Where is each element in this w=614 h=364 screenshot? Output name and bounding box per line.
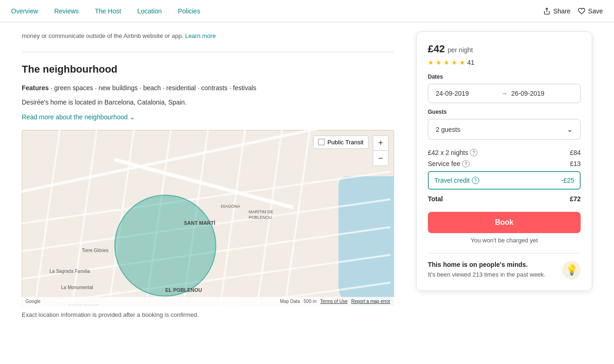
- main-container: money or communicate outside of the Airb…: [11, 0, 603, 337]
- nav-dot-2: ·: [86, 8, 88, 13]
- nav-links: Overview · Reviews · The Host · Location…: [11, 7, 200, 15]
- nav-overview[interactable]: Overview: [11, 7, 38, 15]
- price-row: £42 per night: [428, 43, 581, 55]
- map-data-label: Map Data: [280, 299, 300, 304]
- map-label-el-poblenou: EL POBLENOU: [165, 287, 202, 293]
- transit-checkbox: [318, 139, 325, 145]
- warning-text: money or communicate outside of the Airb…: [22, 31, 394, 41]
- total-value: £72: [570, 195, 581, 203]
- nav-location[interactable]: Location: [137, 7, 162, 15]
- star-2: ★: [436, 59, 442, 66]
- star-3: ★: [444, 59, 450, 66]
- nights-help-icon[interactable]: ?: [470, 149, 477, 156]
- star-4: ★: [451, 59, 457, 66]
- guests-label: Guests: [428, 109, 581, 115]
- section-divider: [22, 52, 394, 52]
- map-location-circle: [114, 195, 216, 296]
- distance-label: 500 m: [304, 299, 317, 304]
- star-5: ★: [459, 59, 465, 66]
- map-label-maritim: MARÍTIM DE: [249, 210, 273, 214]
- right-column: £42 per night ★ ★ ★ ★ ★ 41 Dates 24-09-2…: [416, 31, 592, 318]
- terms-link[interactable]: Terms of Use: [320, 299, 348, 304]
- chevron-down-icon: ⌄: [567, 125, 573, 134]
- read-more-link[interactable]: Read more about the neighbourhood ⌄: [22, 113, 394, 121]
- dates-box[interactable]: 24-09-2019 → 26-09-2019: [428, 84, 581, 103]
- map-label-diag: DIAGONA: [221, 204, 240, 209]
- neighbourhood-title: The neighbourhood: [22, 63, 394, 75]
- features-separator: ·: [50, 84, 54, 92]
- nights-fee-label: £42 x 2 nights ?: [428, 149, 477, 156]
- map-label-sagrada: La Sagrada Família: [50, 269, 90, 274]
- google-label: Google: [25, 299, 40, 304]
- map-background: Torre Glòries La Sagrada Família La Monu…: [22, 130, 394, 306]
- lightbulb-icon: 💡: [562, 261, 581, 279]
- booking-card: £42 per night ★ ★ ★ ★ ★ 41 Dates 24-09-2…: [416, 31, 592, 291]
- nav-actions: Share Save: [543, 7, 603, 15]
- learn-more-link[interactable]: Learn more: [185, 32, 216, 39]
- guests-selector[interactable]: 2 guests ⌄: [428, 119, 581, 140]
- minds-desc: It's been viewed 213 times in the past w…: [428, 270, 555, 279]
- map-label-torre: Torre Glòries: [82, 248, 108, 253]
- share-icon: [543, 7, 551, 15]
- read-more-text: Read more about the neighbourhood: [22, 113, 128, 121]
- location-description: Desirée's home is located in Barcelona, …: [22, 99, 394, 106]
- map-label-poblenou1: POBLENOU: [249, 215, 272, 220]
- zoom-out-button[interactable]: −: [373, 151, 388, 166]
- service-fee-row: Service fee ? £13: [428, 160, 581, 167]
- nav-dot-3: ·: [129, 8, 130, 13]
- guests-value: 2 guests: [436, 126, 460, 133]
- service-help-icon[interactable]: ?: [462, 160, 470, 167]
- zoom-in-button[interactable]: +: [373, 136, 388, 151]
- nav-reviews[interactable]: Reviews: [54, 7, 79, 15]
- exact-location-note: Exact location information is provided a…: [22, 311, 394, 318]
- features-text: green spaces · new buildings · beach · r…: [54, 84, 257, 92]
- check-out-date: 26-09-2019: [511, 90, 573, 97]
- star-1: ★: [428, 59, 434, 66]
- top-nav: Overview · Reviews · The Host · Location…: [0, 0, 614, 22]
- save-label: Save: [588, 7, 603, 15]
- travel-credit-label: Travel credit ?: [434, 177, 479, 184]
- rating-count: 41: [467, 59, 475, 66]
- share-label: Share: [553, 7, 570, 15]
- service-fee-label: Service fee ?: [428, 160, 470, 167]
- nights-fee-value: £84: [570, 149, 581, 156]
- minds-title: This home is on people's minds.: [428, 261, 555, 268]
- dates-label: Dates: [428, 74, 581, 80]
- price-value: £42: [428, 43, 445, 55]
- check-in-date: 24-09-2019: [436, 90, 497, 97]
- book-button[interactable]: Book: [428, 212, 581, 233]
- nav-the-host[interactable]: The Host: [95, 7, 121, 15]
- map-label-monumental: La Monumental: [61, 285, 93, 290]
- service-fee-value: £13: [570, 160, 581, 167]
- minds-icon: 💡: [562, 261, 581, 279]
- map-container[interactable]: Torre Glòries La Sagrada Família La Monu…: [22, 130, 394, 306]
- total-row: Total £72: [428, 195, 581, 203]
- left-column: money or communicate outside of the Airb…: [22, 31, 394, 318]
- travel-credit-value: -£25: [561, 177, 574, 184]
- public-transit-button[interactable]: Public Transit: [313, 136, 369, 149]
- chevron-down-icon: ⌄: [130, 113, 135, 121]
- heart-icon: [578, 7, 585, 15]
- features-label: Features: [22, 84, 49, 92]
- stars-row: ★ ★ ★ ★ ★ 41: [428, 59, 581, 66]
- nav-policies[interactable]: Policies: [178, 7, 200, 15]
- transit-label: Public Transit: [327, 139, 363, 146]
- price-per-night: per night: [448, 46, 473, 54]
- save-button[interactable]: Save: [578, 7, 603, 15]
- no-charge-note: You won't be charged yet: [428, 237, 581, 244]
- nav-dot-1: ·: [45, 8, 47, 13]
- nav-dot-4: ·: [169, 8, 170, 13]
- share-button[interactable]: Share: [543, 7, 570, 15]
- report-link[interactable]: Report a map error: [351, 299, 390, 304]
- total-label: Total: [428, 195, 443, 203]
- minds-section: This home is on people's minds. It's bee…: [428, 253, 581, 279]
- map-zoom-controls: + −: [373, 136, 388, 166]
- map-label-sant-marti: SANT MARTÍ: [184, 220, 215, 226]
- map-footer: Google Map Data 500 m Terms of Use Repor…: [22, 297, 394, 306]
- travel-credit-row: Travel credit ? -£25: [428, 171, 581, 190]
- date-arrow-icon: →: [501, 90, 507, 97]
- travel-credit-help-icon[interactable]: ?: [472, 177, 479, 184]
- map-footer-links: Map Data 500 m Terms of Use Report a map…: [280, 299, 390, 304]
- nights-fee-row: £42 x 2 nights ? £84: [428, 149, 581, 156]
- features-row: Features · green spaces · new buildings …: [22, 83, 394, 93]
